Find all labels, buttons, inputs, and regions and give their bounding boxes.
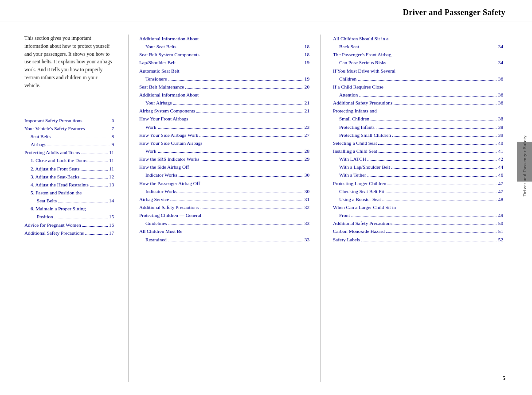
toc-entry-label: 6. Maintain a Proper Sitting bbox=[31, 205, 86, 213]
page-header: Driver and Passenger Safety bbox=[0, 0, 532, 22]
toc-entry: Guidelines33 bbox=[139, 219, 309, 227]
toc-page-number: 18 bbox=[305, 50, 309, 58]
toc-page-number: 21 bbox=[305, 99, 309, 107]
toc-entry: Attention36 bbox=[333, 91, 503, 99]
toc-page-number: 41 bbox=[498, 147, 503, 155]
toc-leader bbox=[200, 136, 303, 137]
toc-entry-label: Attention bbox=[339, 91, 358, 99]
toc-page-number: 18 bbox=[305, 43, 309, 50]
toc-entry-label: 2. Adjust the Front Seats bbox=[31, 165, 79, 173]
toc-entry-label: With a Lap/Shoulder Belt bbox=[339, 163, 390, 171]
toc-entry-label: How the SRS Indicator Works bbox=[139, 155, 200, 163]
toc-entry-label: Installing a Child Seat bbox=[333, 147, 377, 155]
toc-entry-label: How Your Side Curtain Airbags bbox=[139, 139, 203, 147]
toc-entry: With a Lap/Shoulder Belt44 bbox=[333, 163, 503, 171]
toc-entry: Airbags9 bbox=[24, 140, 114, 148]
toc-entry-label: How the Side Airbag Off bbox=[139, 163, 189, 171]
toc-entry: Front49 bbox=[333, 211, 503, 219]
toc-column-1: Important Safety Precautions6Your Vehicl… bbox=[24, 116, 114, 237]
toc-entry-label: 1. Close and Lock the Doors bbox=[31, 156, 87, 164]
toc-leader bbox=[84, 122, 110, 122]
toc-page-number: 44 bbox=[498, 163, 503, 171]
toc-entry: 3. Adjust the Seat-Backs12 bbox=[24, 173, 114, 181]
toc-entry-label: 4. Adjust the Head Restraints bbox=[31, 181, 89, 189]
toc-entry-label: Airbag System Components bbox=[139, 107, 195, 115]
toc-entry: Additional Information About bbox=[139, 91, 309, 99]
toc-page-number: 34 bbox=[498, 58, 503, 66]
toc-entry-label: Checking Seat Belt Fit bbox=[339, 187, 384, 195]
toc-entry: Additional Safety Precautions36 bbox=[333, 99, 503, 107]
toc-entry-label: Work bbox=[145, 123, 156, 131]
toc-leader bbox=[58, 202, 108, 202]
toc-page-number: 31 bbox=[305, 195, 309, 203]
toc-entry-label: Additional Safety Precautions bbox=[139, 203, 199, 211]
toc-leader bbox=[185, 88, 303, 89]
toc-leader bbox=[379, 152, 497, 153]
toc-page-number: 11 bbox=[109, 165, 114, 173]
toc-entry-label: When Can a Larger Child Sit in bbox=[333, 203, 396, 211]
toc-leader bbox=[378, 144, 497, 145]
toc-leader bbox=[201, 160, 303, 161]
toc-leader bbox=[178, 48, 303, 48]
toc-entry: Lap/Shoulder Belt19 bbox=[139, 58, 309, 66]
toc-page-number: 19 bbox=[305, 58, 309, 66]
toc-entry: Additional Safety Precautions50 bbox=[333, 219, 503, 227]
toc-entry-label: The Passenger's Front Airbag bbox=[333, 50, 391, 58]
toc-entry: If You Must Drive with Several bbox=[333, 67, 503, 75]
toc-entry-label: With LATCH bbox=[339, 155, 366, 163]
toc-page-number: 20 bbox=[305, 83, 309, 91]
toc-entry: Can Pose Serious Risks34 bbox=[333, 58, 503, 66]
page-number: 5 bbox=[503, 375, 506, 382]
toc-leader bbox=[168, 225, 303, 225]
toc-page-number: 51 bbox=[498, 227, 503, 235]
toc-leader bbox=[371, 120, 497, 120]
toc-leader bbox=[392, 136, 497, 137]
toc-entry: How Your Side Airbags Work27 bbox=[139, 131, 309, 139]
toc-entry: Protecting Small Children39 bbox=[333, 131, 503, 139]
toc-leader bbox=[81, 178, 108, 178]
toc-entry-label: Additional Safety Precautions bbox=[333, 219, 392, 227]
sidebar-label: Driver and Passenger Safety bbox=[517, 89, 532, 244]
toc-entry: All Children Must Be bbox=[139, 227, 309, 235]
intro-text: This section gives you important informa… bbox=[24, 35, 114, 90]
toc-page-number: 38 bbox=[498, 123, 503, 131]
toc-page-number: 9 bbox=[111, 140, 114, 148]
toc-leader bbox=[82, 226, 108, 227]
toc-leader bbox=[81, 154, 108, 154]
toc-entry: 5. Fasten and Position the bbox=[24, 189, 114, 197]
toc-leader bbox=[196, 112, 303, 112]
toc-entry: Protecting Infants38 bbox=[333, 123, 503, 131]
toc-entry-label: Indicator Works bbox=[145, 171, 177, 179]
toc-leader bbox=[351, 217, 497, 217]
toc-entry: Your Airbags21 bbox=[139, 99, 309, 107]
toc-entry-label: All Children Should Sit in a bbox=[333, 35, 388, 43]
toc-column-2: Additional Information AboutYour Seat Be… bbox=[139, 35, 309, 244]
toc-entry: Seat Belt System Components18 bbox=[139, 50, 309, 58]
toc-entry: Seat Belts8 bbox=[24, 132, 114, 140]
toc-entry: Seat Belts14 bbox=[24, 197, 114, 205]
toc-entry: Your Seat Belts18 bbox=[139, 43, 309, 50]
toc-entry: Advice for Pregnant Women16 bbox=[24, 221, 114, 229]
toc-page-number: 33 bbox=[305, 236, 309, 244]
toc-entry-label: Front bbox=[339, 211, 350, 219]
toc-entry-label: Automatic Seat Belt bbox=[139, 67, 180, 75]
toc-page-number: 28 bbox=[305, 147, 309, 155]
toc-entry: 6. Maintain a Proper Sitting bbox=[24, 205, 114, 213]
toc-entry-label: Back Seat bbox=[339, 43, 359, 50]
toc-leader bbox=[170, 201, 303, 201]
toc-entry: With LATCH42 bbox=[333, 155, 503, 163]
toc-entry-label: Work bbox=[145, 147, 156, 155]
toc-entry: Checking Seat Belt Fit47 bbox=[333, 187, 503, 195]
toc-page-number: 46 bbox=[498, 171, 503, 179]
toc-entry-label: 3. Adjust the Seat-Backs bbox=[31, 173, 79, 181]
toc-leader bbox=[359, 96, 497, 97]
toc-leader bbox=[81, 170, 108, 170]
toc-entry-label: Restrained bbox=[145, 236, 167, 244]
toc-entry-label: With a Tether bbox=[339, 171, 366, 179]
col-divider-2 bbox=[320, 35, 321, 382]
toc-entry-label: 5. Fasten and Position the bbox=[31, 189, 82, 197]
toc-leader bbox=[179, 193, 303, 193]
toc-entry-label: Children bbox=[339, 75, 356, 83]
toc-leader bbox=[368, 160, 497, 161]
toc-page-number: 16 bbox=[109, 221, 114, 229]
